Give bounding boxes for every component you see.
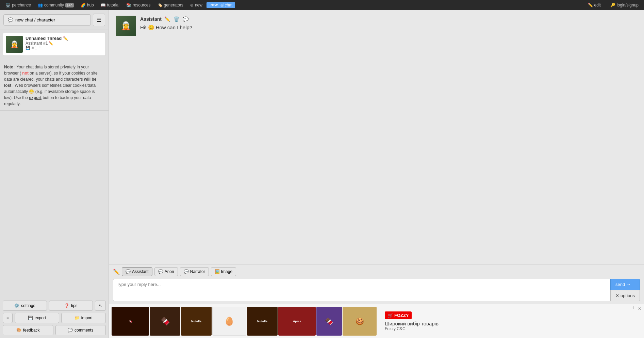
char-btn-narrator[interactable]: 💬 Narrator	[180, 267, 209, 276]
thread-edit-icon: ✏️	[63, 36, 68, 41]
message-content: Assistant ✏️ 🗑️ 💬 Hi! 😊 How can I help?	[140, 16, 637, 32]
nav-ai-chat[interactable]: NEW ai chat	[207, 2, 235, 8]
edit-icon: ✏️	[588, 3, 593, 7]
message-chat-icon[interactable]: 💬	[182, 16, 189, 22]
ad-text-box: 🛒 FOZZY Широкий вибір товарів Fozzy C&C	[379, 309, 444, 334]
nav-login[interactable]: 🔑 login/signup	[608, 2, 641, 8]
brand-label: perchance	[12, 3, 31, 7]
send-button[interactable]: send →	[610, 279, 640, 290]
community-label: community	[44, 3, 64, 7]
menu-lines-button[interactable]: ≡	[3, 313, 13, 323]
collapse-button[interactable]: ↖	[95, 301, 106, 311]
sidebar: 💬 new chat / character ☰ 🧝 Unnamed Threa…	[0, 10, 109, 338]
sidebar-bottom: ⚙️ settings ❓ tips ↖ ≡ 💾 export	[0, 298, 109, 338]
thread-subtitle: Assistant #1 ✏️	[26, 41, 103, 46]
settings-button[interactable]: ⚙️ settings	[3, 301, 47, 311]
narrator-char-label: Narrator	[190, 269, 205, 274]
community-icon: 👥	[38, 3, 43, 7]
chat-bottom: ✏️ 💬 Assistant 💬 Anon 💬 Narrator 🖼️ Imag…	[109, 264, 644, 304]
send-label: send	[615, 282, 625, 287]
import-button[interactable]: 📁 import	[61, 313, 106, 323]
thread-item[interactable]: 🧝 Unnamed Thread ✏️ Assistant #1 ✏️ 💾 # …	[3, 33, 106, 56]
save-icon: 💾	[26, 46, 30, 50]
ad-brand-label: FOZZY	[394, 313, 409, 318]
thread-avatar: 🧝	[6, 36, 23, 53]
export-button[interactable]: 💾 export	[15, 313, 59, 323]
image-char-icon: 🖼️	[215, 269, 220, 274]
thread-count: # 1	[32, 46, 37, 50]
nav-brand[interactable]: 🖥️ perchance	[3, 2, 34, 8]
tutorial-label: tutorial	[107, 3, 119, 7]
login-label: login/signup	[617, 3, 639, 7]
char-btn-assistant[interactable]: 💬 Assistant	[122, 267, 152, 276]
tutorial-icon: 📖	[101, 3, 106, 7]
message-name-row: Assistant ✏️ 🗑️ 💬	[140, 16, 637, 22]
char-edit-button[interactable]: ✏️	[113, 269, 120, 275]
tips-button[interactable]: ❓ tips	[49, 301, 93, 311]
feedback-button[interactable]: 🎨 feedback	[3, 325, 53, 335]
options-label: options	[621, 293, 635, 298]
char-btn-anon[interactable]: 💬 Anon	[154, 267, 178, 276]
reply-textarea[interactable]	[113, 279, 610, 301]
ad-img-6: Артек	[278, 307, 316, 336]
note-export-link[interactable]: export	[29, 95, 42, 100]
message-text: Hi! 😊 How can I help?	[140, 24, 637, 32]
new-badge: NEW	[209, 3, 219, 7]
options-x-icon: ✕	[615, 293, 619, 298]
nav-community[interactable]: 👥 community 14h	[35, 2, 77, 8]
thread-actions: 💾 # 1 ⋮	[26, 46, 103, 50]
sidebar-btn-row-1: ⚙️ settings ❓ tips ↖	[3, 301, 106, 311]
ad-banner: ℹ ✕ 🍫 🍫 Nutella 🥚 Nutella	[109, 304, 644, 338]
assistant-avatar: 🧝	[116, 16, 136, 36]
new-chat-label: new chat / character	[15, 17, 55, 22]
narrator-char-icon: 💬	[184, 269, 189, 274]
ad-close-button[interactable]: ℹ	[632, 306, 634, 310]
new-icon: ⊕	[190, 3, 194, 7]
generators-icon: 🏷️	[158, 3, 163, 7]
nav-edit[interactable]: ✏️ edit	[585, 2, 604, 8]
anon-char-icon: 💬	[158, 269, 163, 274]
options-button[interactable]: ✕ options	[610, 290, 640, 301]
thread-list: 🧝 Unnamed Thread ✏️ Assistant #1 ✏️ 💾 # …	[0, 30, 109, 61]
tips-label: tips	[71, 303, 78, 308]
message-edit-icon[interactable]: ✏️	[164, 16, 171, 22]
feedback-label: feedback	[23, 328, 40, 333]
anon-char-label: Anon	[165, 269, 174, 274]
export-label: export	[35, 316, 46, 320]
comments-button[interactable]: 💬 comments	[55, 325, 106, 335]
nav-new[interactable]: ⊕ new	[187, 2, 205, 8]
sidebar-btn-row-2: ≡ 💾 export 📁 import	[3, 313, 106, 323]
menu-button[interactable]: ☰	[93, 14, 105, 26]
ad-img-4: 🥚	[212, 307, 246, 336]
thread-info: Unnamed Thread ✏️ Assistant #1 ✏️ 💾 # 1 …	[26, 36, 103, 50]
top-nav: 🖥️ perchance 👥 community 14h 🌈 hub 📖 tut…	[0, 0, 644, 10]
chat-messages: 🧝 Assistant ✏️ 🗑️ 💬 Hi! 😊 How can I help…	[109, 10, 644, 264]
tips-icon: ❓	[64, 303, 69, 308]
new-chat-button[interactable]: 💬 new chat / character	[3, 14, 91, 26]
ad-img-1: 🍫	[112, 307, 149, 336]
import-label: import	[81, 316, 93, 320]
resources-icon: 📚	[126, 3, 131, 7]
ad-x-button[interactable]: ✕	[638, 306, 641, 311]
note-privately-link[interactable]: privately	[60, 65, 76, 69]
chat-bubble-icon: 💬	[8, 17, 13, 22]
message-delete-icon[interactable]: 🗑️	[173, 16, 180, 22]
nav-hub[interactable]: 🌈 hub	[78, 2, 97, 8]
nav-resources[interactable]: 📚 resources	[123, 2, 153, 8]
export-icon: 💾	[28, 316, 33, 320]
note-prefix: Note	[4, 65, 13, 69]
sidebar-spacer	[0, 111, 109, 298]
nav-tutorial[interactable]: 📖 tutorial	[98, 2, 122, 8]
ad-images: 🍫 🍫 Nutella 🥚 Nutella Артек �	[109, 304, 379, 338]
menu-icon: ☰	[97, 17, 101, 23]
edit-label: edit	[594, 3, 601, 7]
ad-img-2: 🍫	[150, 307, 180, 336]
thread-sub-text: Assistant #1	[26, 41, 48, 46]
image-char-label: Image	[221, 269, 232, 274]
char-btn-image[interactable]: 🖼️ Image	[211, 267, 236, 276]
new-label: new	[195, 3, 202, 7]
collapse-icon: ↖	[99, 303, 102, 308]
nav-generators[interactable]: 🏷️ generators	[155, 2, 186, 8]
thread-title-row: Unnamed Thread ✏️	[26, 36, 103, 41]
key-icon: 🔑	[610, 3, 615, 7]
